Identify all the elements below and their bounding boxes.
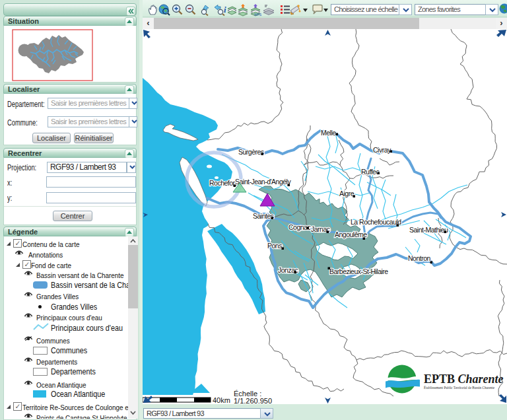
svg-text:Civray: Civray [373, 146, 391, 154]
svg-text:Melle: Melle [321, 129, 336, 137]
svg-text:La Rochefoucauld: La Rochefoucauld [351, 218, 401, 226]
svg-text:Saintes: Saintes [253, 212, 274, 220]
svg-text:Établissement Public Territori: Établissement Public Territorial de Bass… [424, 385, 495, 390]
svg-text:EPTB Charente: EPTB Charente [424, 372, 504, 386]
svg-text:1/1.260.950: 1/1.260.950 [234, 397, 272, 404]
svg-text:i: i [224, 5, 226, 15]
svg-text:Angoulême: Angoulême [335, 230, 367, 238]
svg-text:Saint-Mathieu: Saint-Mathieu [409, 226, 448, 234]
svg-text:40km: 40km [213, 396, 230, 404]
svg-text:Pons: Pons [267, 242, 282, 250]
svg-text:Barbezieux-St-Hilaire: Barbezieux-St-Hilaire [329, 267, 388, 275]
svg-text:Saint-Jean-d'Angély: Saint-Jean-d'Angély [235, 178, 291, 186]
svg-text:Surgères: Surgères [238, 148, 264, 156]
svg-text:WFS: WFS [254, 13, 262, 17]
svg-text:Nontron: Nontron [408, 254, 431, 262]
svg-text:Rochefort: Rochefort [209, 179, 237, 187]
svg-text:Ruffec: Ruffec [361, 168, 379, 176]
svg-text:Aigre: Aigre [339, 190, 355, 197]
